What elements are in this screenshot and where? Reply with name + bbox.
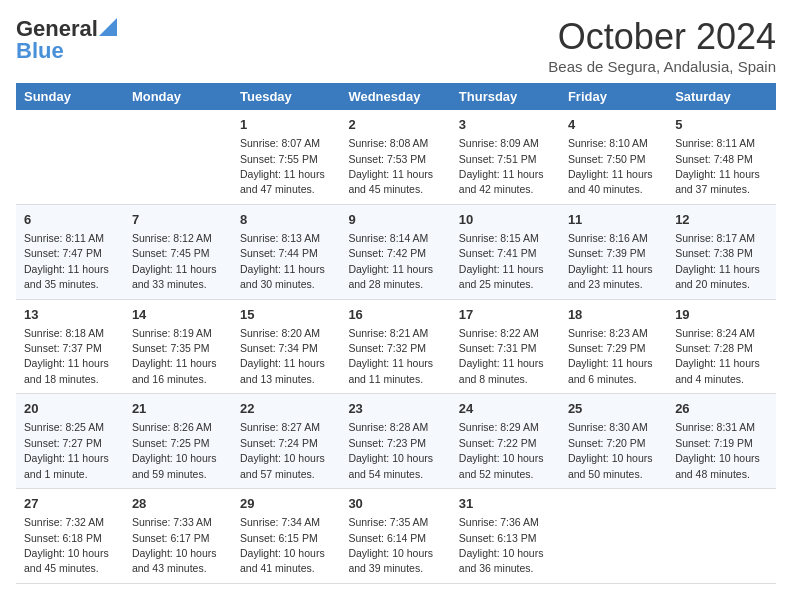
day-info: Sunrise: 8:13 AM Sunset: 7:44 PM Dayligh…: [240, 232, 325, 290]
day-number: 8: [240, 211, 332, 229]
calendar-cell: 2Sunrise: 8:08 AM Sunset: 7:53 PM Daylig…: [340, 110, 450, 204]
week-row-4: 20Sunrise: 8:25 AM Sunset: 7:27 PM Dayli…: [16, 394, 776, 489]
calendar-cell: 22Sunrise: 8:27 AM Sunset: 7:24 PM Dayli…: [232, 394, 340, 489]
day-info: Sunrise: 8:07 AM Sunset: 7:55 PM Dayligh…: [240, 137, 325, 195]
day-number: 1: [240, 116, 332, 134]
day-info: Sunrise: 8:24 AM Sunset: 7:28 PM Dayligh…: [675, 327, 760, 385]
column-header-thursday: Thursday: [451, 83, 560, 110]
day-info: Sunrise: 8:17 AM Sunset: 7:38 PM Dayligh…: [675, 232, 760, 290]
calendar-cell: 7Sunrise: 8:12 AM Sunset: 7:45 PM Daylig…: [124, 204, 232, 299]
day-number: 28: [132, 495, 224, 513]
calendar-cell: 3Sunrise: 8:09 AM Sunset: 7:51 PM Daylig…: [451, 110, 560, 204]
week-row-3: 13Sunrise: 8:18 AM Sunset: 7:37 PM Dayli…: [16, 299, 776, 394]
day-number: 16: [348, 306, 442, 324]
day-number: 13: [24, 306, 116, 324]
calendar-cell: 17Sunrise: 8:22 AM Sunset: 7:31 PM Dayli…: [451, 299, 560, 394]
day-number: 19: [675, 306, 768, 324]
day-number: 21: [132, 400, 224, 418]
calendar-cell: 13Sunrise: 8:18 AM Sunset: 7:37 PM Dayli…: [16, 299, 124, 394]
day-number: 29: [240, 495, 332, 513]
day-info: Sunrise: 8:15 AM Sunset: 7:41 PM Dayligh…: [459, 232, 544, 290]
day-info: Sunrise: 8:31 AM Sunset: 7:19 PM Dayligh…: [675, 421, 760, 479]
calendar-cell: 15Sunrise: 8:20 AM Sunset: 7:34 PM Dayli…: [232, 299, 340, 394]
day-number: 25: [568, 400, 659, 418]
day-info: Sunrise: 8:18 AM Sunset: 7:37 PM Dayligh…: [24, 327, 109, 385]
calendar-cell: 9Sunrise: 8:14 AM Sunset: 7:42 PM Daylig…: [340, 204, 450, 299]
calendar-cell: 21Sunrise: 8:26 AM Sunset: 7:25 PM Dayli…: [124, 394, 232, 489]
day-number: 11: [568, 211, 659, 229]
calendar-cell: 24Sunrise: 8:29 AM Sunset: 7:22 PM Dayli…: [451, 394, 560, 489]
day-info: Sunrise: 8:30 AM Sunset: 7:20 PM Dayligh…: [568, 421, 653, 479]
day-info: Sunrise: 8:19 AM Sunset: 7:35 PM Dayligh…: [132, 327, 217, 385]
calendar-cell: 5Sunrise: 8:11 AM Sunset: 7:48 PM Daylig…: [667, 110, 776, 204]
calendar-cell: 12Sunrise: 8:17 AM Sunset: 7:38 PM Dayli…: [667, 204, 776, 299]
logo-blue: Blue: [16, 38, 64, 64]
day-number: 30: [348, 495, 442, 513]
day-info: Sunrise: 8:23 AM Sunset: 7:29 PM Dayligh…: [568, 327, 653, 385]
calendar-cell: 27Sunrise: 7:32 AM Sunset: 6:18 PM Dayli…: [16, 489, 124, 584]
day-number: 23: [348, 400, 442, 418]
day-number: 10: [459, 211, 552, 229]
calendar-cell: 10Sunrise: 8:15 AM Sunset: 7:41 PM Dayli…: [451, 204, 560, 299]
day-info: Sunrise: 8:21 AM Sunset: 7:32 PM Dayligh…: [348, 327, 433, 385]
day-number: 22: [240, 400, 332, 418]
day-info: Sunrise: 8:08 AM Sunset: 7:53 PM Dayligh…: [348, 137, 433, 195]
calendar-cell: 20Sunrise: 8:25 AM Sunset: 7:27 PM Dayli…: [16, 394, 124, 489]
day-number: 7: [132, 211, 224, 229]
calendar-cell: 29Sunrise: 7:34 AM Sunset: 6:15 PM Dayli…: [232, 489, 340, 584]
calendar-cell: [124, 110, 232, 204]
day-info: Sunrise: 8:11 AM Sunset: 7:48 PM Dayligh…: [675, 137, 760, 195]
day-info: Sunrise: 8:26 AM Sunset: 7:25 PM Dayligh…: [132, 421, 217, 479]
calendar-cell: 28Sunrise: 7:33 AM Sunset: 6:17 PM Dayli…: [124, 489, 232, 584]
day-number: 9: [348, 211, 442, 229]
day-number: 6: [24, 211, 116, 229]
svg-marker-0: [99, 18, 117, 36]
day-info: Sunrise: 8:25 AM Sunset: 7:27 PM Dayligh…: [24, 421, 109, 479]
column-header-wednesday: Wednesday: [340, 83, 450, 110]
calendar-cell: 25Sunrise: 8:30 AM Sunset: 7:20 PM Dayli…: [560, 394, 667, 489]
logo-icon: [99, 18, 117, 36]
month-title: October 2024: [548, 16, 776, 58]
calendar-cell: 11Sunrise: 8:16 AM Sunset: 7:39 PM Dayli…: [560, 204, 667, 299]
day-info: Sunrise: 7:34 AM Sunset: 6:15 PM Dayligh…: [240, 516, 325, 574]
calendar-cell: 26Sunrise: 8:31 AM Sunset: 7:19 PM Dayli…: [667, 394, 776, 489]
calendar-cell: 4Sunrise: 8:10 AM Sunset: 7:50 PM Daylig…: [560, 110, 667, 204]
day-number: 12: [675, 211, 768, 229]
calendar-cell: [16, 110, 124, 204]
day-info: Sunrise: 7:35 AM Sunset: 6:14 PM Dayligh…: [348, 516, 433, 574]
day-info: Sunrise: 8:22 AM Sunset: 7:31 PM Dayligh…: [459, 327, 544, 385]
week-row-5: 27Sunrise: 7:32 AM Sunset: 6:18 PM Dayli…: [16, 489, 776, 584]
calendar-cell: 30Sunrise: 7:35 AM Sunset: 6:14 PM Dayli…: [340, 489, 450, 584]
day-info: Sunrise: 8:29 AM Sunset: 7:22 PM Dayligh…: [459, 421, 544, 479]
day-info: Sunrise: 8:09 AM Sunset: 7:51 PM Dayligh…: [459, 137, 544, 195]
calendar-table: SundayMondayTuesdayWednesdayThursdayFrid…: [16, 83, 776, 584]
day-info: Sunrise: 8:11 AM Sunset: 7:47 PM Dayligh…: [24, 232, 109, 290]
title-area: October 2024 Beas de Segura, Andalusia, …: [548, 16, 776, 75]
calendar-cell: 19Sunrise: 8:24 AM Sunset: 7:28 PM Dayli…: [667, 299, 776, 394]
day-info: Sunrise: 8:12 AM Sunset: 7:45 PM Dayligh…: [132, 232, 217, 290]
day-info: Sunrise: 8:10 AM Sunset: 7:50 PM Dayligh…: [568, 137, 653, 195]
column-header-saturday: Saturday: [667, 83, 776, 110]
day-number: 14: [132, 306, 224, 324]
day-number: 5: [675, 116, 768, 134]
calendar-cell: 8Sunrise: 8:13 AM Sunset: 7:44 PM Daylig…: [232, 204, 340, 299]
day-info: Sunrise: 8:27 AM Sunset: 7:24 PM Dayligh…: [240, 421, 325, 479]
calendar-cell: [667, 489, 776, 584]
day-info: Sunrise: 7:32 AM Sunset: 6:18 PM Dayligh…: [24, 516, 109, 574]
location-subtitle: Beas de Segura, Andalusia, Spain: [548, 58, 776, 75]
page-header: General Blue October 2024 Beas de Segura…: [16, 16, 776, 75]
day-info: Sunrise: 8:14 AM Sunset: 7:42 PM Dayligh…: [348, 232, 433, 290]
calendar-cell: 14Sunrise: 8:19 AM Sunset: 7:35 PM Dayli…: [124, 299, 232, 394]
day-info: Sunrise: 8:20 AM Sunset: 7:34 PM Dayligh…: [240, 327, 325, 385]
day-number: 2: [348, 116, 442, 134]
week-row-2: 6Sunrise: 8:11 AM Sunset: 7:47 PM Daylig…: [16, 204, 776, 299]
day-info: Sunrise: 7:36 AM Sunset: 6:13 PM Dayligh…: [459, 516, 544, 574]
day-number: 20: [24, 400, 116, 418]
column-header-tuesday: Tuesday: [232, 83, 340, 110]
calendar-cell: 1Sunrise: 8:07 AM Sunset: 7:55 PM Daylig…: [232, 110, 340, 204]
day-number: 3: [459, 116, 552, 134]
day-number: 15: [240, 306, 332, 324]
day-number: 4: [568, 116, 659, 134]
column-header-monday: Monday: [124, 83, 232, 110]
calendar-cell: 18Sunrise: 8:23 AM Sunset: 7:29 PM Dayli…: [560, 299, 667, 394]
